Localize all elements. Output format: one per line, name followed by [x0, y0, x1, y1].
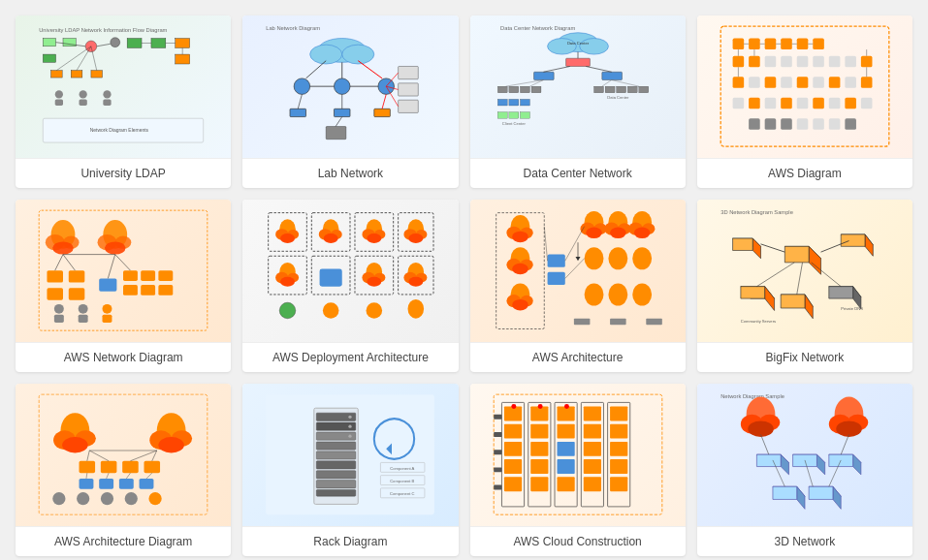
svg-point-214 [512, 232, 528, 243]
svg-text:Network Diagram Elements: Network Diagram Elements [90, 129, 149, 134]
svg-rect-352 [583, 442, 600, 456]
svg-rect-137 [845, 119, 856, 131]
svg-rect-108 [732, 78, 744, 89]
svg-line-12 [77, 47, 91, 71]
svg-rect-69 [531, 86, 541, 93]
card-data-center-network[interactable]: Data Center Network Diagram Data Center [470, 16, 686, 188]
svg-rect-354 [583, 478, 600, 492]
svg-line-36 [306, 61, 327, 78]
svg-point-368 [564, 404, 569, 409]
card-aws-diagram[interactable]: AWS Diagram [697, 16, 912, 188]
svg-text:Network Diagram Sample: Network Diagram Sample [720, 394, 784, 400]
svg-point-240 [584, 284, 603, 306]
svg-line-306 [126, 474, 130, 480]
svg-rect-131 [749, 119, 760, 131]
card-label-3d-network: 3D Network [697, 527, 912, 556]
card-university-ldap[interactable]: University LDAP Network Information Flow… [16, 16, 231, 188]
svg-line-304 [86, 474, 87, 480]
svg-rect-134 [797, 119, 809, 131]
svg-point-367 [537, 404, 542, 409]
svg-rect-67 [509, 86, 519, 93]
svg-rect-291 [99, 479, 113, 489]
card-rack-diagram[interactable]: Rack Diagram Component A Component B Com… [242, 384, 458, 556]
card-aws-deployment-architecture[interactable]: AWS Deployment Architecture [242, 200, 458, 372]
svg-rect-92 [797, 39, 809, 50]
svg-rect-84 [520, 112, 529, 119]
svg-rect-111 [781, 78, 792, 89]
svg-point-205 [409, 277, 424, 287]
svg-rect-223 [547, 255, 564, 267]
svg-point-207 [323, 303, 339, 320]
svg-rect-117 [732, 98, 744, 109]
svg-point-206 [280, 303, 297, 320]
svg-point-298 [149, 492, 162, 505]
svg-rect-353 [583, 459, 600, 474]
svg-rect-114 [829, 78, 841, 89]
svg-rect-133 [781, 119, 792, 131]
card-thumb-aws-deployment-architecture [242, 200, 458, 343]
svg-point-296 [101, 492, 113, 505]
card-bigfix-network[interactable]: 3D Network Diagram Sample Community Serv… [697, 200, 912, 372]
svg-line-64 [543, 67, 569, 73]
svg-line-245 [564, 259, 584, 279]
card-label-aws-deployment-architecture: AWS Deployment Architecture [242, 343, 458, 372]
svg-rect-224 [547, 272, 564, 285]
svg-rect-3 [43, 54, 55, 62]
svg-text:Data Center: Data Center [566, 41, 589, 46]
svg-rect-90 [765, 39, 777, 50]
card-label-aws-cloud-construction: AWS Cloud Construction [470, 527, 686, 556]
svg-rect-358 [610, 442, 627, 456]
svg-rect-112 [797, 78, 809, 89]
card-aws-network-diagram[interactable]: AWS Network Diagram [16, 200, 231, 372]
card-aws-architecture-diagram[interactable]: AWS Architecture Diagram [16, 384, 231, 556]
svg-marker-259 [865, 234, 873, 256]
card-3d-network[interactable]: Network Diagram Sample [697, 384, 912, 556]
svg-rect-289 [144, 461, 161, 473]
svg-rect-319 [317, 490, 357, 497]
svg-rect-314 [317, 442, 357, 450]
svg-point-241 [608, 284, 627, 306]
svg-point-218 [512, 264, 528, 275]
svg-rect-8 [51, 71, 63, 78]
svg-point-320 [349, 416, 352, 419]
svg-marker-268 [781, 295, 805, 308]
svg-point-158 [54, 304, 64, 314]
svg-text:Lab Network Diagram: Lab Network Diagram [267, 26, 321, 32]
svg-rect-286 [80, 461, 96, 473]
svg-rect-334 [504, 442, 522, 456]
svg-rect-362 [494, 432, 501, 437]
card-thumb-3d-network: Network Diagram Sample [697, 384, 912, 527]
svg-marker-391 [833, 487, 841, 510]
svg-marker-385 [852, 454, 860, 475]
svg-rect-288 [122, 461, 139, 473]
svg-rect-80 [509, 100, 519, 107]
svg-rect-348 [557, 478, 574, 492]
card-aws-architecture[interactable]: AWS Architecture [470, 200, 686, 372]
svg-rect-93 [813, 39, 824, 50]
svg-rect-49 [399, 67, 419, 79]
svg-point-196 [280, 277, 295, 287]
card-lab-network[interactable]: Lab Network Diagram Lab Network [242, 16, 458, 188]
svg-rect-82 [497, 112, 507, 119]
card-label-university-ldap: University LDAP [16, 159, 231, 188]
card-thumb-aws-architecture [470, 200, 686, 343]
svg-line-44 [299, 95, 303, 109]
svg-rect-75 [627, 86, 637, 93]
svg-point-366 [511, 404, 516, 409]
svg-point-242 [632, 284, 652, 306]
svg-rect-156 [141, 285, 155, 296]
svg-line-273 [797, 263, 803, 295]
svg-point-34 [335, 78, 351, 95]
svg-line-300 [89, 451, 109, 461]
card-label-bigfix-network: BigFix Network [697, 343, 912, 372]
svg-marker-392 [809, 487, 833, 500]
card-aws-cloud-construction[interactable]: AWS Cloud Construction [470, 384, 686, 556]
card-label-aws-architecture: AWS Architecture [470, 343, 686, 372]
svg-point-239 [632, 248, 652, 270]
svg-rect-148 [69, 270, 85, 282]
svg-rect-120 [781, 98, 792, 109]
card-thumb-aws-cloud-construction [470, 384, 686, 527]
svg-rect-21 [151, 39, 166, 48]
svg-rect-95 [749, 56, 760, 68]
svg-marker-264 [765, 287, 775, 311]
